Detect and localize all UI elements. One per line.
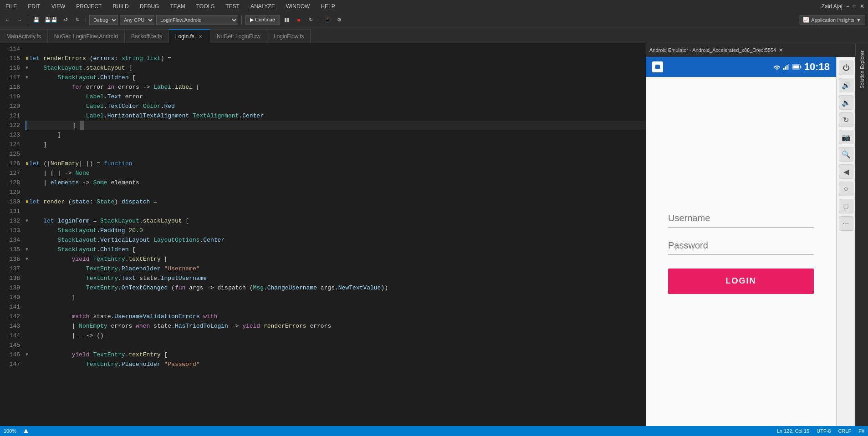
redo-btn[interactable]: ↻: [72, 15, 82, 25]
status-encoding: UTF-8: [817, 428, 831, 434]
emulator-screenshot-btn[interactable]: 📷: [839, 130, 853, 144]
line-numbers: 114 115 116 117 118 119 120 121 122 123 …: [0, 43, 24, 426]
tab-loginflow-label: LoginFlow.fs: [274, 33, 304, 40]
forward-btn[interactable]: →: [15, 15, 25, 25]
app-insights-label: Application Insights: [811, 17, 854, 23]
svg-rect-0: [655, 65, 660, 69]
code-line-125: [26, 149, 646, 159]
emulator-back-btn[interactable]: ◀: [839, 164, 853, 179]
tab-mainactivity[interactable]: MainActivity.fs: [0, 29, 48, 43]
tab-backoffice[interactable]: Backoffice.fs: [125, 29, 169, 43]
menu-project[interactable]: PROJECT: [74, 2, 103, 10]
code-line-120: Label.TextColor Color.Red: [26, 101, 646, 111]
emulator-more-btn[interactable]: ···: [839, 216, 853, 231]
tab-login-close[interactable]: ✕: [197, 33, 204, 40]
emulator-square-btn[interactable]: □: [839, 199, 853, 213]
menu-window[interactable]: WINDOW: [284, 2, 312, 10]
stop-btn[interactable]: ■: [294, 15, 304, 25]
emulator-vol-down-btn[interactable]: 🔉: [839, 95, 853, 110]
code-line-140: ]: [26, 293, 646, 302]
svg-rect-4: [786, 65, 788, 70]
menu-test[interactable]: TEST: [224, 2, 241, 10]
settings-btn[interactable]: ⚙: [334, 15, 344, 25]
app-insights-btn[interactable]: 📈 Application Insights ▼: [799, 15, 865, 25]
menu-team[interactable]: TEAM: [168, 2, 187, 10]
maximize-btn[interactable]: □: [853, 3, 856, 10]
menu-analyze[interactable]: ANALYZE: [249, 2, 277, 10]
device-btn[interactable]: 📱: [322, 15, 332, 25]
phone-status-right: 10:18: [773, 61, 830, 73]
emulator-zoom-in-btn[interactable]: 🔍: [839, 147, 853, 162]
app-insights-icon: 📈: [803, 17, 809, 23]
debug-config-select[interactable]: Debug: [89, 15, 118, 25]
emulator-controls: ⏻ 🔊 🔉 ↻ 📷 🔍 ◀ ○ □ ···: [836, 57, 855, 426]
status-caret: Ln 122, Col 15: [777, 428, 810, 434]
menu-edit[interactable]: EDIT: [26, 2, 42, 10]
code-line-135: ▼ StackLayout.Children [: [26, 245, 646, 254]
platform-select[interactable]: Any CPU: [120, 15, 154, 25]
code-line-139: TextEntry.OnTextChanged (fun args -> dis…: [26, 283, 646, 293]
svg-marker-9: [24, 429, 28, 433]
phone-screen: 10:18 LOGIN: [646, 57, 836, 426]
back-btn[interactable]: ←: [3, 15, 13, 25]
emulator-vol-up-btn[interactable]: 🔊: [839, 78, 853, 92]
login-btn[interactable]: LOGIN: [668, 269, 814, 294]
status-bar: 100% Ln 122, Col 15 UTF-8 CRLF F#: [0, 426, 868, 436]
code-editor[interactable]: 114 115 116 117 118 119 120 121 122 123 …: [0, 43, 646, 426]
menu-view[interactable]: VIEW: [50, 2, 67, 10]
svg-rect-7: [800, 66, 801, 68]
code-line-126: ▮ let (|NonEmpty|_|) = function: [26, 159, 646, 168]
phone-app-icon: [652, 61, 663, 72]
pause-btn[interactable]: ▮▮: [282, 15, 292, 25]
menu-debug[interactable]: DEBUG: [138, 2, 161, 10]
tab-login-label: Login.fs: [175, 33, 194, 40]
code-line-137: TextEntry.Placeholder "Username": [26, 264, 646, 274]
menu-help[interactable]: HELP: [319, 2, 337, 10]
project-select[interactable]: LoginFlow.Android: [156, 15, 238, 25]
toolbar: ← → 💾 💾💾 ↺ ↻ Debug Any CPU LoginFlow.And…: [0, 13, 868, 27]
code-line-119: Label.Text error: [26, 92, 646, 101]
svg-rect-3: [785, 66, 786, 70]
save-btn[interactable]: 💾: [31, 15, 41, 25]
undo-btn[interactable]: ↺: [61, 15, 71, 25]
menu-bar: FILE EDIT VIEW PROJECT BUILD DEBUG TEAM …: [0, 0, 868, 13]
emulator-content: 10:18 LOGIN ⏻ 🔊 🔉 ↻ 📷 🔍 ◀ ○: [646, 57, 855, 426]
password-input[interactable]: [668, 237, 814, 255]
code-line-131: [26, 207, 646, 216]
tab-bar: MainActivity.fs NuGet: LoginFlow.Android…: [0, 27, 868, 43]
save-all-btn[interactable]: 💾💾: [43, 15, 59, 25]
status-line-ending: CRLF: [838, 428, 851, 434]
code-line-116: ▼ StackLayout.stackLayout [: [26, 63, 646, 73]
menu-build[interactable]: BUILD: [111, 2, 130, 10]
emulator-power-btn[interactable]: ⏻: [839, 61, 853, 75]
main-area: 114 115 116 117 118 119 120 121 122 123 …: [0, 43, 868, 426]
emulator-close-btn[interactable]: ✕: [779, 47, 783, 53]
minimize-btn[interactable]: −: [846, 3, 849, 10]
svg-rect-8: [793, 66, 799, 69]
restart-btn[interactable]: ↻: [306, 15, 316, 25]
tab-login[interactable]: Login.fs ✕: [169, 29, 210, 43]
phone-body: LOGIN: [646, 77, 836, 426]
username-input[interactable]: [668, 209, 814, 228]
emulator-rotate-btn[interactable]: ↻: [839, 112, 853, 127]
tab-loginflow[interactable]: LoginFlow.fs: [267, 29, 311, 43]
menu-tools[interactable]: TOOLS: [194, 2, 216, 10]
code-line-122: ]: [26, 121, 646, 130]
app-insights-dropdown-icon: ▼: [856, 17, 861, 23]
continue-btn[interactable]: ▶ Continue: [245, 15, 280, 25]
zoom-icon: [24, 429, 28, 433]
tab-nuget-loginflow-android[interactable]: NuGet: LoginFlow.Android: [48, 29, 125, 43]
emulator-home-btn[interactable]: ○: [839, 182, 853, 196]
status-zoom[interactable]: 100%: [4, 428, 16, 434]
tab-nuget-android-label: NuGet: LoginFlow.Android: [54, 33, 118, 40]
solution-explorer-label[interactable]: Solution Explorer: [859, 47, 865, 92]
code-line-130: ▮ let render (state: State) dispatch =: [26, 197, 646, 207]
tab-mainactivity-label: MainActivity.fs: [6, 33, 41, 40]
svg-rect-2: [783, 68, 785, 70]
close-btn[interactable]: ✕: [860, 3, 864, 10]
tab-nuget-loginflow[interactable]: NuGet: LoginFlow: [210, 29, 267, 43]
solution-explorer-sidebar: Solution Explorer: [855, 43, 868, 426]
menu-file[interactable]: FILE: [4, 2, 19, 10]
user-name: Zaid Ajaj: [822, 3, 842, 10]
tab-backoffice-label: Backoffice.fs: [131, 33, 162, 40]
